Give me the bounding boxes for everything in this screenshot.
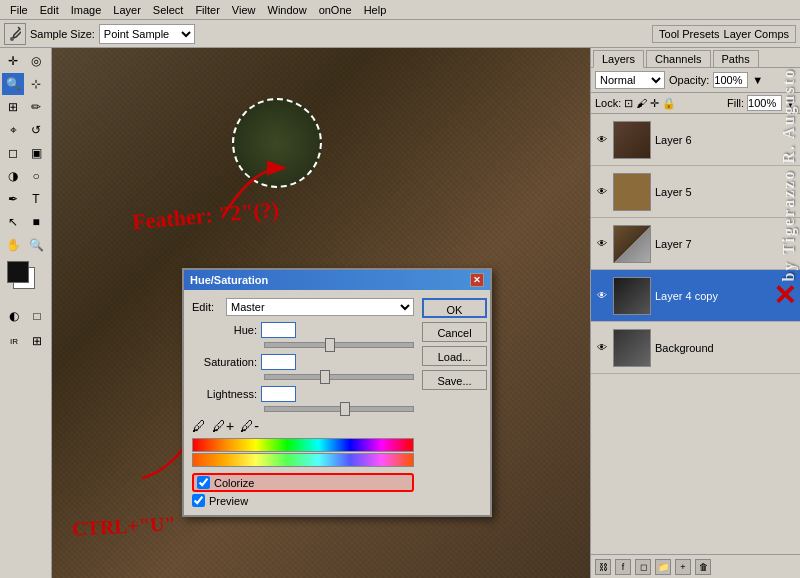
hue-saturation-dialog[interactable]: Hue/Saturation ✕ Edit: Master Reds Yello… [182, 268, 492, 517]
hue-row: Hue: 39 [192, 322, 414, 338]
extra-tools2: IR ⊞ [3, 330, 48, 352]
shape-tool[interactable]: ■ [25, 211, 47, 233]
save-button[interactable]: Save... [422, 370, 487, 390]
color-swatches[interactable] [7, 261, 45, 299]
move-tool[interactable]: ✛ [2, 50, 24, 72]
eyedropper-tool[interactable] [4, 23, 26, 45]
layer-visibility-icon[interactable]: 👁 [595, 133, 609, 147]
blend-mode-row: Normal Dissolve Multiply Screen Overlay … [591, 68, 800, 93]
clone-tool[interactable]: ⌖ [2, 119, 24, 141]
opacity-arrow[interactable]: ▼ [752, 74, 763, 86]
layer-comps-tab[interactable]: Layer Comps [724, 28, 789, 40]
menu-image[interactable]: Image [65, 0, 108, 19]
menu-window[interactable]: Window [262, 0, 313, 19]
eyedropper-minus-icon[interactable]: 🖊- [240, 418, 259, 434]
menu-edit[interactable]: Edit [34, 0, 65, 19]
load-button[interactable]: Load... [422, 346, 487, 366]
list-item[interactable]: 👁 Layer 7 [591, 218, 800, 270]
imageready[interactable]: IR [3, 330, 25, 352]
gradient-tool[interactable]: ▣ [25, 142, 47, 164]
opacity-input[interactable] [713, 72, 748, 88]
eyedropper-icon[interactable]: 🖊 [192, 418, 206, 434]
healing-tool[interactable]: ⊞ [2, 96, 24, 118]
ok-button[interactable]: OK [422, 298, 487, 318]
history-brush[interactable]: ↺ [25, 119, 47, 141]
layer-name: Layer 4 copy [655, 290, 765, 302]
lightness-slider-track[interactable] [264, 406, 414, 412]
edit-row: Edit: Master Reds Yellows Greens Cyans B… [192, 298, 414, 316]
lock-position-icon[interactable]: ✛ [650, 97, 659, 110]
channels-tab[interactable]: Channels [646, 50, 710, 67]
list-item[interactable]: 👁 Background [591, 322, 800, 374]
zoom-tool[interactable]: 🔍 [25, 234, 47, 256]
saturation-input[interactable]: 25 [261, 354, 296, 370]
opacity-label: Opacity: [669, 74, 709, 86]
new-layer-button[interactable]: + [675, 559, 691, 575]
layer-name: Background [655, 342, 796, 354]
menu-layer[interactable]: Layer [107, 0, 147, 19]
saturation-slider-thumb[interactable] [320, 370, 330, 384]
circle-selection [232, 98, 322, 188]
colorize-checkbox[interactable] [197, 476, 210, 489]
edit-select[interactable]: Master Reds Yellows Greens Cyans Blues M… [226, 298, 414, 316]
tool-presets-tab[interactable]: Tool Presets [659, 28, 720, 40]
brush-tool[interactable]: ✏ [25, 96, 47, 118]
list-item[interactable]: 👁 Layer 6 [591, 114, 800, 166]
crop-tool[interactable]: ⊹ [25, 73, 47, 95]
list-item[interactable]: 👁 Layer 5 [591, 166, 800, 218]
hue-slider-track[interactable] [264, 342, 414, 348]
dialog-close-button[interactable]: ✕ [470, 273, 484, 287]
link-layers-button[interactable]: ⛓ [595, 559, 611, 575]
blur-tool[interactable]: ◑ [2, 165, 24, 187]
layer-thumbnail [613, 277, 651, 315]
hue-input[interactable]: 39 [261, 322, 296, 338]
preview-checkbox[interactable] [192, 494, 205, 507]
saturation-slider-track[interactable] [264, 374, 414, 380]
layer-visibility-icon[interactable]: 👁 [595, 185, 609, 199]
hue-slider-thumb[interactable] [325, 338, 335, 352]
lasso-tool[interactable]: ◎ [25, 50, 47, 72]
blend-mode-select[interactable]: Normal Dissolve Multiply Screen Overlay [595, 71, 665, 89]
list-item[interactable]: 👁 Layer 4 copy ✕ [591, 270, 800, 322]
screen-mode[interactable]: □ [26, 305, 48, 327]
panel-bottom-bar: ⛓ f ◻ 📁 + 🗑 [591, 554, 800, 578]
sample-size-select[interactable]: Point Sample 3 by 3 Average 5 by 5 Avera… [99, 24, 195, 44]
path-select[interactable]: ↖ [2, 211, 24, 233]
menu-onone[interactable]: onOne [313, 0, 358, 19]
menu-filter[interactable]: Filter [189, 0, 225, 19]
dialog-title-bar[interactable]: Hue/Saturation ✕ [184, 270, 490, 290]
layer-visibility-icon[interactable]: 👁 [595, 237, 609, 251]
quick-mask[interactable]: ◐ [3, 305, 25, 327]
layers-tab[interactable]: Layers [593, 50, 644, 68]
menu-view[interactable]: View [226, 0, 262, 19]
foreground-color[interactable] [7, 261, 29, 283]
menu-help[interactable]: Help [358, 0, 393, 19]
add-mask-button[interactable]: ◻ [635, 559, 651, 575]
cancel-button[interactable]: Cancel [422, 322, 487, 342]
paths-tab[interactable]: Paths [713, 50, 759, 67]
menu-file[interactable]: File [4, 0, 34, 19]
svg-point-0 [10, 37, 14, 41]
lock-paint-icon[interactable]: 🖌 [636, 97, 647, 109]
fill-input[interactable] [747, 95, 782, 111]
new-group-button[interactable]: 📁 [655, 559, 671, 575]
lightness-slider-thumb[interactable] [340, 402, 350, 416]
lock-transparent-icon[interactable]: ⊡ [624, 97, 633, 110]
hand-tool[interactable]: ✋ [2, 234, 24, 256]
dodge-tool[interactable]: ○ [25, 165, 47, 187]
add-style-button[interactable]: f [615, 559, 631, 575]
pen-tool[interactable]: ✒ [2, 188, 24, 210]
eraser-tool[interactable]: ◻ [2, 142, 24, 164]
delete-layer-button[interactable]: 🗑 [695, 559, 711, 575]
eyedropper-tool-left[interactable]: 🔍 [2, 73, 24, 95]
lock-all-icon[interactable]: 🔒 [662, 97, 676, 110]
menu-select[interactable]: Select [147, 0, 190, 19]
toggle-palettes[interactable]: ⊞ [26, 330, 48, 352]
sample-size-label: Sample Size: [30, 28, 95, 40]
layer-visibility-icon[interactable]: 👁 [595, 289, 609, 303]
type-tool[interactable]: T [25, 188, 47, 210]
layer-visibility-icon[interactable]: 👁 [595, 341, 609, 355]
fill-arrow[interactable]: ▼ [785, 97, 796, 109]
eyedropper-plus-icon[interactable]: 🖊+ [212, 418, 234, 434]
lightness-input[interactable]: 0 [261, 386, 296, 402]
